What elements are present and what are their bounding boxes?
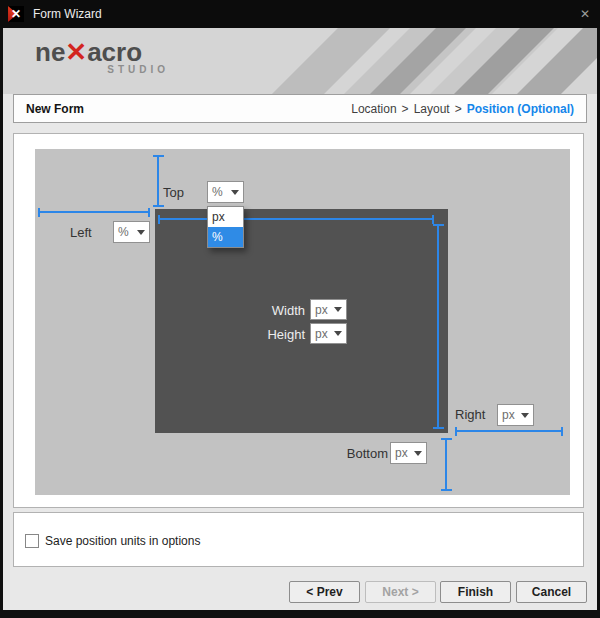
bottom-measure-line — [445, 438, 447, 491]
breadcrumb: Location>Layout>Position (Optional) — [351, 102, 574, 116]
logo-x-glyph: ✕ — [65, 37, 87, 67]
prev-button[interactable]: < Prev — [289, 581, 360, 603]
save-units-checkbox[interactable] — [25, 534, 39, 548]
chevron-down-icon — [231, 190, 239, 195]
top-label: Top — [163, 185, 184, 200]
next-button[interactable]: Next > — [365, 581, 436, 603]
nexacro-app-icon: ✕ — [8, 6, 24, 22]
bottom-unit-combobox[interactable]: px — [390, 442, 427, 464]
logo-acro: acro — [87, 37, 142, 67]
window-border-bottom — [0, 610, 600, 618]
titlebar[interactable]: ✕ Form Wizard ✕ — [0, 0, 600, 28]
right-label: Right — [455, 407, 485, 422]
logo-wordmark: ne✕acro — [35, 38, 171, 66]
width-unit-combobox[interactable]: px — [310, 299, 347, 320]
breadcrumb-step-location: Location — [351, 102, 396, 116]
left-measure-line — [38, 211, 150, 213]
finish-button[interactable]: Finish — [440, 581, 511, 603]
height-unit-combobox[interactable]: px — [310, 323, 347, 344]
cancel-button[interactable]: Cancel — [516, 581, 587, 603]
wizard-header-bar: New Form Location>Layout>Position (Optio… — [13, 94, 587, 123]
breadcrumb-step-layout: Layout — [414, 102, 450, 116]
top-unit-combobox[interactable]: % — [207, 181, 244, 203]
width-label: Width — [245, 303, 305, 318]
page-title: New Form — [26, 102, 351, 116]
bottom-label: Bottom — [331, 446, 388, 461]
bottom-unit-value: px — [395, 446, 408, 460]
width-measure-line — [158, 218, 434, 220]
breadcrumb-separator: > — [402, 102, 409, 116]
left-unit-combobox[interactable]: % — [113, 221, 150, 243]
breadcrumb-separator: > — [455, 102, 462, 116]
right-unit-value: px — [502, 408, 515, 422]
top-unit-dropdown-list: px % — [207, 206, 244, 248]
form-wizard-dialog: ✕ Form Wizard ✕ ne✕acro STUDIO New Form … — [0, 0, 600, 618]
window-title: Form Wizard — [33, 7, 580, 21]
right-unit-combobox[interactable]: px — [497, 404, 534, 426]
chevron-down-icon — [414, 451, 422, 456]
nexacro-studio-logo: ne✕acro STUDIO — [35, 38, 171, 75]
close-icon[interactable]: ✕ — [580, 7, 590, 21]
top-measure-line — [157, 155, 159, 207]
dropdown-option-px[interactable]: px — [208, 207, 243, 227]
chevron-down-icon — [334, 331, 342, 336]
height-label: Height — [240, 327, 305, 342]
save-units-label: Save position units in options — [45, 534, 200, 548]
save-units-row[interactable]: Save position units in options — [25, 534, 200, 548]
chevron-down-icon — [521, 413, 529, 418]
top-unit-value: % — [212, 185, 223, 199]
dropdown-option-percent[interactable]: % — [208, 227, 243, 247]
left-label: Left — [70, 225, 92, 240]
width-unit-value: px — [315, 303, 328, 317]
height-unit-value: px — [315, 327, 328, 341]
height-measure-line — [437, 224, 439, 429]
logo-ne: ne — [35, 37, 65, 67]
right-measure-line — [455, 430, 563, 432]
left-unit-value: % — [118, 225, 129, 239]
chevron-down-icon — [137, 230, 145, 235]
header-band: ne✕acro STUDIO — [3, 28, 597, 94]
nexacro-icon-cross: ✕ — [8, 6, 24, 22]
chevron-down-icon — [334, 307, 342, 312]
breadcrumb-step-position: Position (Optional) — [467, 102, 574, 116]
form-area-rect — [155, 209, 448, 433]
window-border-left — [0, 0, 3, 618]
